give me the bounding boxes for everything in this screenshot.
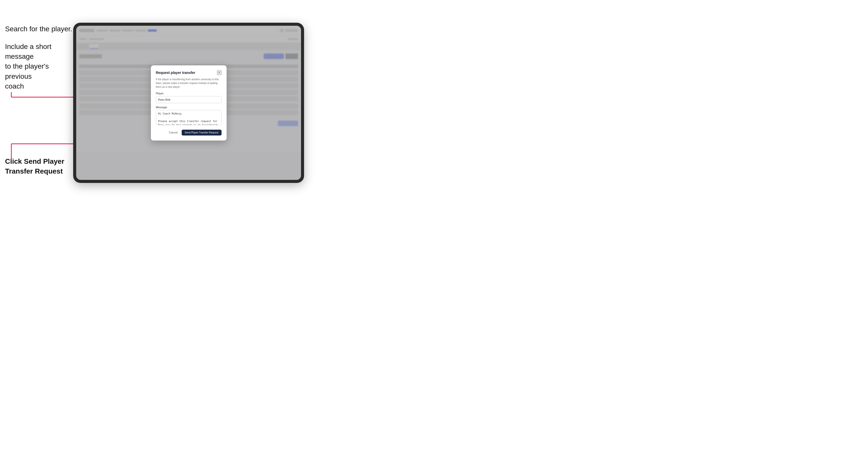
modal-title: Request player transfer xyxy=(156,71,195,75)
annotation-message: Include a short message to the player's … xyxy=(5,42,76,91)
modal-close-button[interactable]: ✕ xyxy=(217,70,221,75)
message-textarea[interactable]: Hi Coach McHarg, Please accept this tran… xyxy=(156,110,221,125)
annotation-search: Search for the player. xyxy=(5,24,72,34)
send-player-transfer-button[interactable]: Send Player Transfer Request xyxy=(182,130,221,135)
tablet-screen: Request player transfer ✕ If the player … xyxy=(76,26,301,180)
modal-description: If the player is transferring from anoth… xyxy=(156,77,221,89)
player-input[interactable] xyxy=(156,96,221,103)
message-label: Message xyxy=(156,106,221,109)
modal-footer: Cancel Send Player Transfer Request xyxy=(156,130,221,135)
cancel-button[interactable]: Cancel xyxy=(167,130,179,135)
modal-overlay: Request player transfer ✕ If the player … xyxy=(76,26,301,180)
annotation-click: Click Send Player Transfer Request xyxy=(5,156,76,176)
modal-header: Request player transfer ✕ xyxy=(156,70,221,75)
player-label: Player xyxy=(156,92,221,95)
tablet-device: Request player transfer ✕ If the player … xyxy=(73,23,304,183)
request-transfer-modal: Request player transfer ✕ If the player … xyxy=(151,65,226,141)
